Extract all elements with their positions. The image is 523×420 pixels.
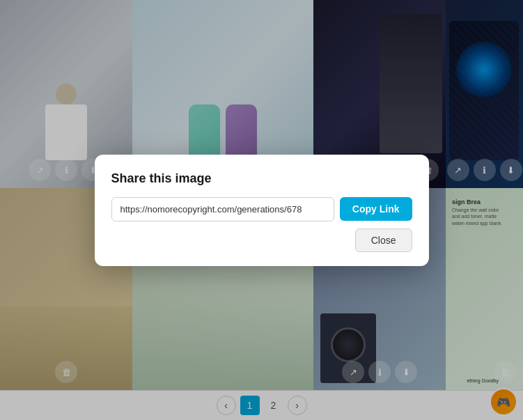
modal-close-row: Close — [111, 228, 412, 252]
modal-overlay: Share this image Copy Link Close — [0, 0, 523, 420]
copy-link-button[interactable]: Copy Link — [340, 197, 412, 221]
share-modal: Share this image Copy Link Close — [95, 155, 429, 266]
modal-title: Share this image — [111, 171, 412, 186]
close-button[interactable]: Close — [355, 228, 412, 252]
url-input[interactable] — [111, 197, 334, 221]
modal-url-row: Copy Link — [111, 197, 412, 221]
